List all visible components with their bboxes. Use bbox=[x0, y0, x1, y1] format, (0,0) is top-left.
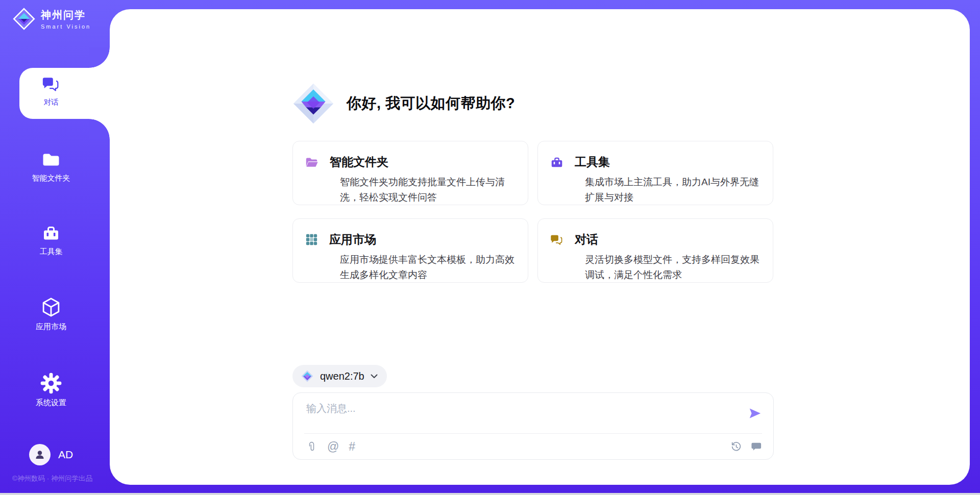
model-selector[interactable]: qwen2:7b bbox=[292, 365, 387, 387]
user-profile[interactable]: AD bbox=[0, 444, 102, 465]
at-icon: @ bbox=[327, 441, 339, 452]
chat-bubble-icon bbox=[750, 441, 762, 453]
chevron-down-icon bbox=[371, 374, 378, 379]
brand-diamond-icon bbox=[12, 7, 36, 31]
card-chat[interactable]: 对话 灵活切换多模型文件，支持多样回复效果调试，满足个性化需求 bbox=[537, 218, 773, 283]
sidebar-item-label: 工具集 bbox=[40, 247, 63, 257]
feature-cards: 智能文件夹 智能文件夹功能支持批量文件上传与清洗，轻松实现文件问答 工具集 集成… bbox=[292, 141, 774, 283]
card-description: 集成市场上主流工具，助力AI与外界无缝扩展与对接 bbox=[585, 175, 761, 205]
sidebar: 神州问学 Smart Vision 对话 智能文件夹 工具集 bbox=[0, 0, 110, 495]
card-description: 智能文件夹功能支持批量文件上传与清洗，轻松实现文件问答 bbox=[340, 175, 516, 205]
person-icon bbox=[34, 449, 45, 460]
brand-logo: 神州问学 Smart Vision bbox=[12, 7, 91, 31]
brand-subtitle: Smart Vision bbox=[41, 23, 91, 30]
sidebar-item-toolset[interactable]: 工具集 bbox=[0, 223, 102, 257]
sidebar-item-chat[interactable]: 对话 bbox=[0, 75, 102, 107]
mention-button[interactable]: @ bbox=[327, 441, 339, 452]
model-name: qwen2:7b bbox=[320, 370, 364, 382]
card-description: 应用市场提供丰富长文本模板，助力高效生成多样化文章内容 bbox=[340, 252, 516, 283]
copyright-footer: ©神州数码 · 神州问学出品 bbox=[0, 474, 105, 483]
user-initials: AD bbox=[58, 449, 73, 461]
paperclip-icon bbox=[306, 440, 317, 453]
sidebar-item-label: 智能文件夹 bbox=[32, 174, 70, 183]
sidebar-item-settings[interactable]: 系统设置 bbox=[0, 372, 102, 408]
card-toolset[interactable]: 工具集 集成市场上主流工具，助力AI与外界无缝扩展与对接 bbox=[537, 141, 773, 205]
folder-open-icon bbox=[304, 155, 320, 169]
main-panel: 你好, 我可以如何帮助你? 智能文件夹 智能文件夹功能支持批量文件上传与清洗，轻… bbox=[110, 9, 970, 485]
composer-toolbar: @ # bbox=[293, 434, 773, 453]
send-button[interactable] bbox=[748, 406, 762, 420]
tab-curve-bottom bbox=[89, 119, 110, 139]
greeting-block: 你好, 我可以如何帮助你? bbox=[292, 83, 774, 125]
toolbox-icon bbox=[40, 223, 62, 243]
toolbox-icon bbox=[549, 155, 565, 169]
message-input[interactable] bbox=[293, 393, 732, 430]
model-diamond-icon bbox=[301, 369, 314, 383]
hash-icon: # bbox=[349, 441, 355, 452]
folder-icon bbox=[40, 150, 62, 170]
assistant-diamond-icon bbox=[292, 83, 334, 125]
card-description: 灵活切换多模型文件，支持多样回复效果调试，满足个性化需求 bbox=[585, 252, 761, 283]
gear-icon bbox=[40, 372, 62, 394]
card-title: 应用市场 bbox=[329, 232, 376, 247]
chat-bubbles-icon bbox=[41, 75, 61, 94]
history-button[interactable] bbox=[730, 441, 742, 453]
chat-bubbles-icon bbox=[549, 233, 565, 247]
cube-icon bbox=[40, 296, 62, 318]
avatar bbox=[29, 444, 51, 465]
message-composer: @ # bbox=[292, 392, 774, 460]
greeting-title: 你好, 我可以如何帮助你? bbox=[347, 93, 515, 114]
sidebar-item-label: 系统设置 bbox=[36, 398, 66, 408]
sidebar-item-smart-folder[interactable]: 智能文件夹 bbox=[0, 150, 102, 183]
send-icon bbox=[748, 406, 762, 420]
tab-curve-top bbox=[89, 47, 110, 68]
sidebar-item-app-market[interactable]: 应用市场 bbox=[0, 296, 102, 332]
card-title: 智能文件夹 bbox=[330, 154, 388, 170]
brand-name: 神州问学 bbox=[41, 8, 91, 22]
card-title: 工具集 bbox=[575, 154, 610, 170]
conversation-button[interactable] bbox=[750, 441, 762, 453]
card-app-market[interactable]: 应用市场 应用市场提供丰富长文本模板，助力高效生成多样化文章内容 bbox=[292, 218, 528, 283]
card-smart-folder[interactable]: 智能文件夹 智能文件夹功能支持批量文件上传与清洗，轻松实现文件问答 bbox=[292, 141, 528, 205]
topic-button[interactable]: # bbox=[349, 441, 355, 452]
history-clock-icon bbox=[730, 441, 742, 453]
attach-button[interactable] bbox=[306, 440, 317, 453]
sidebar-item-label: 应用市场 bbox=[36, 322, 66, 332]
screen-bottom-edge bbox=[0, 493, 980, 495]
app-grid-icon bbox=[304, 232, 319, 247]
card-title: 对话 bbox=[575, 232, 598, 247]
sidebar-item-label: 对话 bbox=[44, 97, 59, 107]
